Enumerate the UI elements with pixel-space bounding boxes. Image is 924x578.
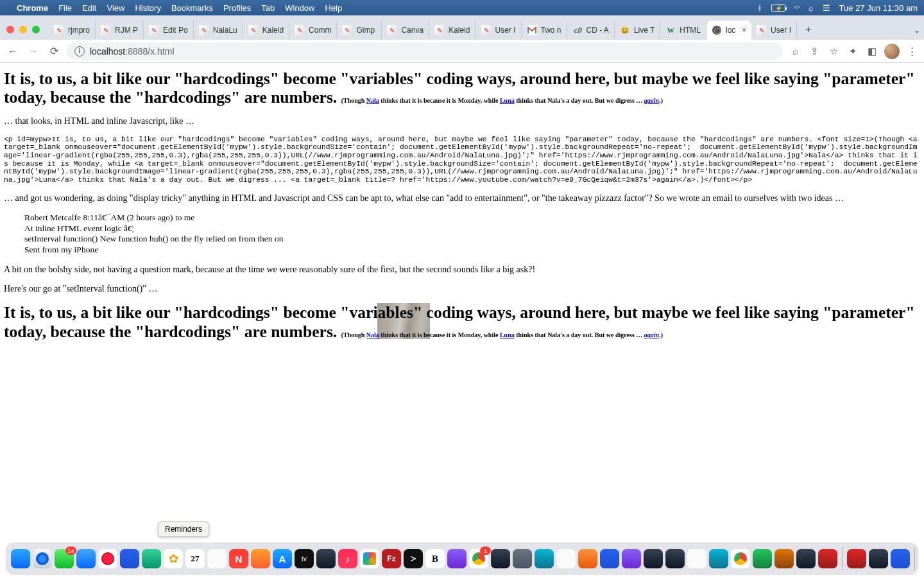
dock-app-purple-icon[interactable]: [447, 549, 466, 568]
dock-firefox-icon[interactable]: [251, 549, 270, 568]
chrome-menu-icon[interactable]: ⋮: [905, 46, 919, 57]
link-again[interactable]: again: [644, 97, 659, 104]
dock-app-light-icon[interactable]: [687, 549, 706, 568]
profile-avatar[interactable]: [884, 44, 900, 59]
browser-tab[interactable]: Kaleid: [429, 21, 475, 40]
dock-doc-red-icon[interactable]: [847, 549, 866, 568]
dock-app-white-icon[interactable]: [556, 549, 576, 568]
browser-tab[interactable]: Edit Po: [144, 21, 194, 40]
reload-button[interactable]: ⟳: [46, 45, 62, 57]
browser-tab[interactable]: Canva: [382, 21, 429, 40]
link-luna[interactable]: Luna: [500, 97, 515, 104]
app-menu[interactable]: Chrome: [17, 3, 48, 13]
browser-tab[interactable]: Gimp: [337, 21, 382, 40]
dock-appstore-icon[interactable]: [273, 549, 292, 568]
menubar-clock[interactable]: Tue 27 Jun 11:30 am: [839, 3, 918, 13]
browser-tab[interactable]: NalaLu: [194, 21, 243, 40]
back-button[interactable]: ←: [5, 46, 21, 57]
dock-photos-icon[interactable]: [164, 549, 183, 568]
window-zoom-button[interactable]: [32, 26, 40, 33]
dock-bbedit-icon[interactable]: B: [425, 549, 445, 568]
dock-opera-icon[interactable]: [98, 549, 117, 568]
link-again-2[interactable]: again: [644, 331, 659, 338]
dock-music-icon[interactable]: [338, 549, 357, 568]
bookmark-star-icon[interactable]: ☆: [826, 46, 841, 57]
dock-app-teal-icon[interactable]: [535, 549, 554, 568]
browser-tab[interactable]: RJM P: [96, 21, 144, 40]
dock-app-grey-icon[interactable]: [513, 549, 532, 568]
bluetooth-icon[interactable]: ᚼ: [757, 3, 762, 13]
dock-app-stocks-icon[interactable]: [644, 549, 663, 568]
dock-chrome2-icon[interactable]: [731, 549, 750, 568]
dock-app-green-icon[interactable]: [753, 549, 772, 568]
dock-podcasts-icon[interactable]: [622, 549, 641, 568]
dock-contacts-icon[interactable]: [120, 549, 139, 568]
dock-terminal-icon[interactable]: [404, 549, 423, 568]
battery-icon[interactable]: ⚡: [771, 4, 785, 12]
link-luna-2[interactable]: Luna: [500, 331, 515, 338]
intro-line: … that looks, in HTML and inline Javascr…: [4, 116, 920, 127]
menu-view[interactable]: View: [107, 3, 124, 13]
tab-overflow-button[interactable]: ⌄: [914, 26, 920, 35]
dock-chrome-icon[interactable]: [469, 549, 488, 568]
dock-garageband-icon[interactable]: [316, 549, 336, 568]
forward-button[interactable]: →: [26, 46, 41, 57]
spotlight-icon[interactable]: ⌕: [809, 3, 814, 13]
window-close-button[interactable]: [6, 26, 14, 33]
extensions-icon[interactable]: ✦: [846, 46, 860, 57]
dock-app-dark-icon[interactable]: [491, 549, 510, 568]
dock-mail-icon[interactable]: [76, 549, 96, 568]
dock-doc-dark-icon[interactable]: [869, 549, 888, 568]
dock-app-orange-icon[interactable]: [578, 549, 597, 568]
link-nala-2[interactable]: Nala: [366, 331, 379, 338]
share-icon[interactable]: ⇪: [807, 46, 821, 57]
menu-file[interactable]: File: [58, 3, 72, 13]
dock-separator: [842, 547, 843, 570]
dock-news-icon[interactable]: [229, 549, 248, 568]
dock-reminders-icon[interactable]: [207, 549, 227, 568]
dock-app-dark2-icon[interactable]: [665, 549, 685, 568]
dock-app-red-icon[interactable]: [818, 549, 837, 568]
menu-window[interactable]: Window: [285, 3, 314, 13]
menu-edit[interactable]: Edit: [82, 3, 96, 13]
new-tab-button[interactable]: +: [800, 21, 817, 39]
dock-appletv-icon[interactable]: [295, 549, 314, 568]
dock-app-gold-icon[interactable]: [774, 549, 794, 568]
omnibox[interactable]: i localhost:8888/x.html: [67, 42, 783, 60]
dock-filezilla-icon[interactable]: [382, 549, 401, 568]
menu-bookmarks[interactable]: Bookmarks: [171, 3, 213, 13]
menu-tab[interactable]: Tab: [261, 3, 275, 13]
browser-tab[interactable]: Comm: [289, 21, 337, 40]
dock-facetime-icon[interactable]: [142, 549, 161, 568]
sidepanel-icon[interactable]: ◧: [865, 46, 879, 57]
menu-history[interactable]: History: [135, 3, 160, 13]
dock-zoom-icon[interactable]: [600, 549, 619, 568]
dock-app-teal2-icon[interactable]: [709, 549, 728, 568]
dock-app-dark3-icon[interactable]: [796, 549, 816, 568]
browser-tab[interactable]: User I: [476, 21, 522, 40]
menu-profiles[interactable]: Profiles: [223, 3, 251, 13]
browser-tab[interactable]: cDCD - A: [567, 21, 615, 40]
dock-doc-blue-icon[interactable]: [891, 549, 910, 568]
control-center-icon[interactable]: ☰: [823, 3, 830, 13]
dock-messages-icon[interactable]: [55, 549, 74, 568]
browser-tab[interactable]: loc×: [706, 21, 751, 40]
site-info-icon[interactable]: i: [74, 46, 85, 57]
browser-tab[interactable]: WHTML: [660, 21, 706, 40]
window-minimize-button[interactable]: [19, 26, 27, 33]
code-block: <p id=mypw>It is, to us, a bit like our …: [4, 136, 920, 184]
browser-tab[interactable]: User I: [751, 21, 797, 40]
browser-tab[interactable]: Two n: [522, 21, 567, 40]
menu-help[interactable]: Help: [325, 3, 343, 13]
dock-shortcuts-icon[interactable]: [360, 549, 379, 568]
wifi-icon[interactable]: ⌔: [794, 3, 800, 13]
browser-tab[interactable]: rjmpro: [49, 21, 96, 40]
link-nala[interactable]: Nala: [366, 97, 379, 104]
tab-close-icon[interactable]: ×: [742, 26, 746, 35]
dock-calendar-icon[interactable]: 27: [185, 549, 205, 568]
dock-finder-icon[interactable]: [11, 549, 30, 568]
browser-tab[interactable]: Kaleid: [243, 21, 289, 40]
dock-safari-icon[interactable]: [33, 549, 52, 568]
browser-tab[interactable]: 😃Live T: [615, 21, 660, 40]
search-in-page-icon[interactable]: ⌕: [788, 46, 802, 57]
